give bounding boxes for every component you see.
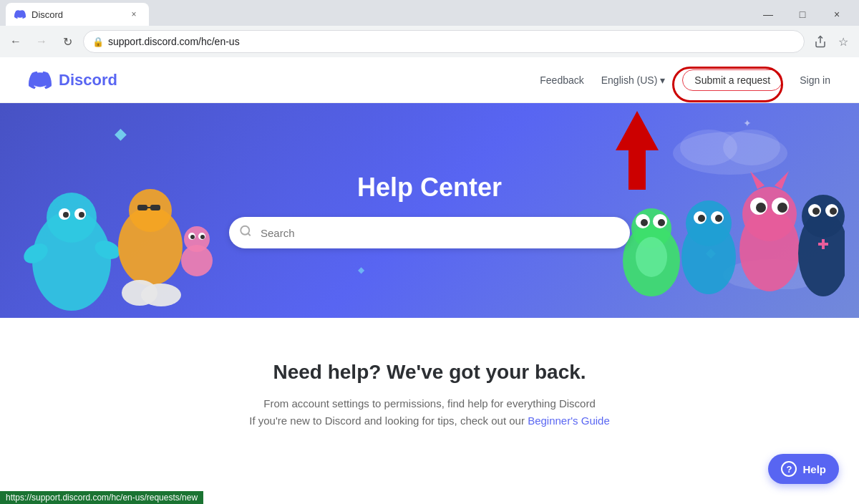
hero-characters-left [14, 117, 229, 318]
forward-button[interactable]: → [31, 32, 52, 52]
tab-row: Discord × — □ × [0, 0, 859, 26]
nav-bar: ← → ↻ 🔒 support.discord.com/hc/en-us ☆ [0, 26, 859, 57]
beginners-guide-link[interactable]: Beginner's Guide [528, 415, 610, 427]
language-selector[interactable]: English (US) ▾ [601, 74, 666, 86]
svg-point-9 [79, 212, 84, 218]
browser-tab[interactable]: Discord × [6, 3, 149, 26]
svg-point-21 [190, 235, 195, 239]
svg-point-28 [658, 219, 665, 226]
discord-logo-icon [29, 69, 52, 92]
svg-point-18 [184, 226, 210, 252]
website-content: Discord Feedback English (US) ▾ Submit a… [0, 57, 859, 504]
address-text: support.discord.com/hc/en-us [108, 36, 795, 47]
status-url: https://support.discord.com/hc/en-us/req… [6, 493, 198, 503]
help-button-icon: ? [781, 461, 797, 477]
language-arrow-icon: ▾ [660, 74, 665, 86]
main-subtitle-line1: From account settings to permissions, fi… [29, 395, 830, 412]
help-button-label: Help [802, 463, 826, 475]
nav-actions: ☆ [810, 32, 853, 52]
bookmark-icon[interactable]: ☆ [833, 32, 853, 52]
svg-point-37 [742, 187, 797, 241]
discord-favicon-icon [14, 9, 26, 20]
feedback-link[interactable]: Feedback [540, 74, 583, 86]
language-text: English (US) [601, 74, 658, 86]
svg-point-41 [777, 203, 787, 213]
svg-point-8 [63, 212, 69, 218]
status-bar: https://support.discord.com/hc/en-us/req… [0, 491, 203, 504]
svg-point-34 [698, 215, 705, 222]
svg-point-3 [47, 193, 97, 243]
hero-characters-right [616, 117, 845, 318]
svg-marker-42 [750, 171, 765, 189]
beginner-guide-text-prefix: If you're new to Discord and looking for… [249, 415, 525, 427]
main-title: Need help? We've got your back. [29, 361, 830, 384]
lock-icon: 🔒 [92, 37, 104, 47]
star-decoration-2: ◆ [358, 265, 364, 275]
svg-point-29 [636, 237, 667, 277]
window-controls: — □ × [752, 3, 853, 26]
svg-point-27 [641, 219, 648, 226]
logo-text: Discord [59, 71, 117, 89]
svg-rect-12 [137, 205, 147, 210]
search-input[interactable] [229, 217, 630, 248]
svg-rect-51 [822, 239, 825, 249]
share-icon[interactable] [810, 32, 830, 52]
submit-request-container: Submit a request [682, 74, 782, 87]
back-button[interactable]: ← [6, 32, 26, 52]
svg-point-35 [715, 215, 722, 222]
svg-point-22 [200, 235, 205, 239]
header-nav: Feedback English (US) ▾ Submit a request… [540, 74, 830, 87]
address-bar[interactable]: 🔒 support.discord.com/hc/en-us [83, 30, 805, 53]
svg-point-16 [141, 284, 181, 306]
sign-in-link[interactable]: Sign in [800, 74, 830, 86]
svg-line-57 [248, 233, 250, 236]
tab-area: Discord × [6, 3, 149, 26]
svg-point-48 [812, 208, 820, 215]
main-subtitle-line2: If you're new to Discord and looking for… [29, 412, 830, 430]
tab-close-button[interactable]: × [127, 8, 140, 21]
hero-title: Help Center [357, 173, 502, 203]
tab-title: Discord [31, 9, 63, 20]
help-button[interactable]: ? Help [768, 454, 839, 484]
minimize-button[interactable]: — [752, 3, 785, 26]
search-container [229, 217, 630, 248]
svg-point-49 [830, 208, 837, 215]
svg-rect-13 [150, 205, 160, 210]
discord-logo[interactable]: Discord [29, 69, 117, 92]
svg-point-40 [756, 203, 766, 213]
svg-point-45 [802, 195, 845, 238]
svg-marker-43 [775, 171, 789, 189]
reload-button[interactable]: ↻ [57, 32, 77, 52]
svg-point-56 [241, 226, 249, 235]
close-button[interactable]: × [820, 3, 853, 26]
site-header: Discord Feedback English (US) ▾ Submit a… [0, 57, 859, 103]
maximize-button[interactable]: □ [786, 3, 819, 26]
hero-banner: ◆ ◆ ◆ ✦ ◆ [0, 103, 859, 318]
svg-point-31 [686, 200, 732, 246]
search-icon [239, 225, 252, 241]
svg-point-11 [129, 189, 172, 232]
submit-request-button[interactable]: Submit a request [682, 69, 782, 91]
main-content: Need help? We've got your back. From acc… [0, 318, 859, 472]
